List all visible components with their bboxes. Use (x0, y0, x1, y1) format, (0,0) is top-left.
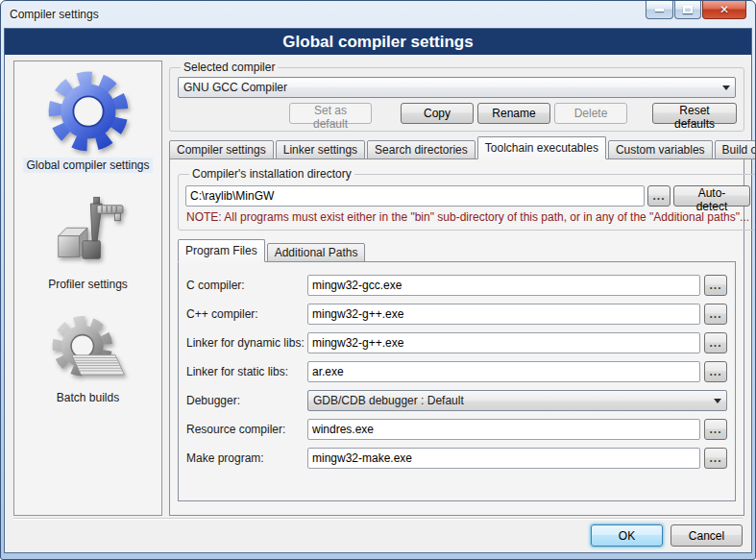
program-files-notebook: Program Files Additional Paths C compile… (178, 239, 736, 501)
program-files-panel: C compiler: ... C++ compiler: ... Linker (178, 261, 736, 501)
maximize-icon (683, 6, 693, 13)
set-as-default-button[interactable]: Set as default (289, 103, 372, 124)
main-area: Global compiler settings (5, 55, 751, 518)
close-button[interactable]: ✕ (702, 1, 746, 19)
field-row-resource-compiler: Resource compiler: ... (186, 419, 727, 440)
resource-compiler-input[interactable] (307, 419, 700, 440)
field-row-make-program: Make program: ... (186, 448, 727, 469)
c-compiler-input[interactable] (307, 275, 700, 296)
make-program-browse-button[interactable]: ... (704, 448, 727, 469)
sidebar-item-label: Batch builds (54, 390, 122, 405)
ok-button[interactable]: OK (591, 524, 663, 547)
c-compiler-browse-button[interactable]: ... (704, 275, 727, 296)
sidebar-item-profiler-settings[interactable]: Profiler settings (45, 194, 131, 292)
settings-content: Selected compiler GNU GCC Compiler Set a… (169, 61, 744, 516)
page-title: Global compiler settings (5, 29, 751, 55)
static-linker-input[interactable] (307, 361, 700, 382)
caliper-icon (47, 194, 128, 275)
minimize-button[interactable] (646, 1, 673, 19)
tab-build-options[interactable]: Build options (715, 140, 756, 159)
tab-linker-settings[interactable]: Linker settings (276, 140, 365, 159)
sidebar-item-label: Global compiler settings (23, 158, 152, 173)
selected-compiler-legend: Selected compiler (181, 61, 278, 74)
installation-directory-group: Compiler's installation directory ... Au… (178, 167, 756, 231)
close-icon: ✕ (719, 4, 729, 15)
window-controls: ✕ (646, 1, 746, 19)
sidebar-item-batch-builds[interactable]: Batch builds (49, 313, 128, 405)
dialog-client-area: Global compiler settings (4, 28, 752, 553)
debugger-select[interactable]: GDB/CDB debugger : Default (307, 390, 727, 411)
dialog-footer: OK Cancel (13, 518, 743, 552)
reset-defaults-button[interactable]: Reset defaults (652, 103, 737, 124)
settings-category-sidebar: Global compiler settings (13, 61, 162, 516)
field-row-c-compiler: C compiler: ... (186, 275, 727, 296)
field-label: C compiler: (186, 279, 307, 292)
blue-gear-icon (44, 67, 133, 156)
compiler-settings-window: Compiler settings ✕ Global compiler sett… (0, 0, 756, 560)
toolchain-executables-panel: Compiler's installation directory ... Au… (169, 158, 744, 516)
cpp-compiler-input[interactable] (307, 304, 700, 325)
chevron-down-icon (714, 399, 721, 407)
delete-button[interactable]: Delete (554, 103, 627, 124)
sidebar-item-label: Profiler settings (45, 277, 131, 292)
field-label: C++ compiler: (186, 307, 307, 321)
rename-button[interactable]: Rename (477, 103, 550, 124)
static-linker-browse-button[interactable]: ... (704, 361, 727, 382)
titlebar[interactable]: Compiler settings ✕ (1, 1, 755, 28)
field-row-debugger: Debugger: GDB/CDB debugger : Default (186, 390, 727, 411)
gray-gear-stack-icon (49, 313, 128, 388)
cancel-button[interactable]: Cancel (671, 524, 743, 547)
program-files-tabs: Program Files Additional Paths (178, 239, 736, 262)
selected-compiler-group: Selected compiler GNU GCC Compiler Set a… (169, 61, 744, 132)
compiler-select-value: GNU GCC Compiler (183, 81, 287, 94)
maximize-button[interactable] (674, 1, 701, 19)
window-title: Compiler settings (10, 8, 99, 21)
compiler-buttons-row: Set as default Copy Rename Delete Reset … (177, 103, 737, 124)
tab-search-directories[interactable]: Search directories (367, 140, 476, 159)
field-label: Linker for dynamic libs: (186, 336, 307, 350)
cpp-compiler-browse-button[interactable]: ... (704, 304, 727, 325)
field-row-dynamic-linker: Linker for dynamic libs: ... (186, 332, 727, 353)
dynamic-linker-input[interactable] (307, 332, 700, 353)
installation-note: NOTE: All programs must exist either in … (186, 210, 749, 224)
make-program-input[interactable] (307, 448, 700, 469)
tab-program-files[interactable]: Program Files (178, 239, 265, 262)
field-label: Resource compiler: (186, 423, 307, 436)
dynamic-linker-browse-button[interactable]: ... (704, 332, 727, 353)
debugger-select-value: GDB/CDB debugger : Default (313, 394, 464, 407)
chevron-down-icon (722, 85, 730, 94)
sidebar-item-global-compiler-settings[interactable]: Global compiler settings (23, 67, 152, 173)
field-row-static-linker: Linker for static libs: ... (186, 361, 727, 382)
field-label: Debugger: (186, 394, 307, 407)
field-row-cpp-compiler: C++ compiler: ... (186, 304, 727, 325)
field-label: Make program: (186, 451, 307, 465)
compiler-select[interactable]: GNU GCC Compiler (178, 77, 736, 98)
tab-compiler-settings[interactable]: Compiler settings (169, 140, 274, 159)
tab-toolchain-executables[interactable]: Toolchain executables (477, 136, 606, 159)
minimize-icon (655, 9, 664, 12)
installation-directory-browse-button[interactable]: ... (647, 185, 671, 207)
compiler-tabs: Compiler settings Linker settings Search… (169, 136, 744, 159)
installation-directory-legend: Compiler's installation directory (189, 167, 354, 181)
resource-compiler-browse-button[interactable]: ... (704, 419, 727, 440)
installation-directory-row: ... Auto-detect (185, 185, 750, 207)
auto-detect-button[interactable]: Auto-detect (673, 185, 750, 207)
installation-directory-input[interactable] (185, 185, 645, 207)
tab-additional-paths[interactable]: Additional Paths (267, 243, 366, 262)
tab-custom-variables[interactable]: Custom variables (608, 140, 713, 159)
field-label: Linker for static libs: (186, 365, 307, 378)
copy-button[interactable]: Copy (401, 103, 474, 124)
